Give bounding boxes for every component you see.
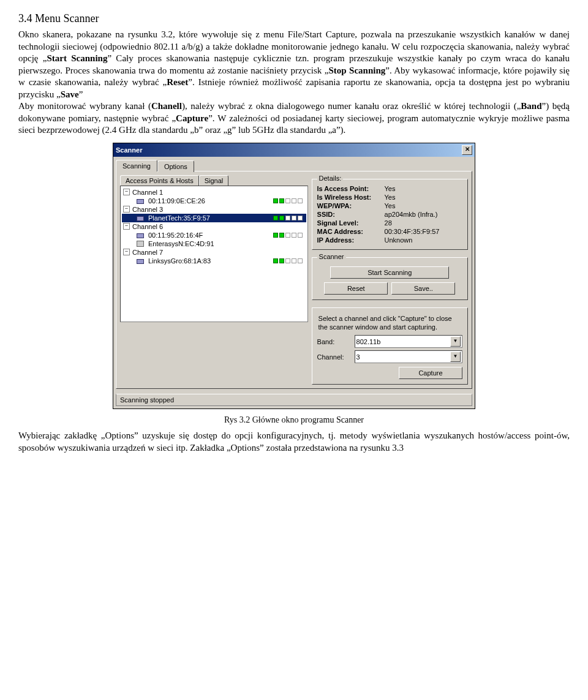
details-key: Is Access Point: [317,185,385,192]
tree-item[interactable]: 00:11:95:20:16:4F [122,231,306,239]
text: ” [79,89,83,99]
tab-scanning[interactable]: Scanning [116,160,157,171]
details-group: Is Access Point:YesIs Wireless Host:YesW… [312,179,468,250]
subtab-access-points[interactable]: Access Points & Hosts [120,175,199,186]
text-bold: Chanell [151,101,182,111]
text: Aby monitorować wybrany kanał ( [18,101,151,111]
tree-item[interactable]: LinksysGro:68:1A:83 [122,257,306,265]
tree-label: 00:11:09:0E:CE:26 [148,197,205,205]
collapse-icon[interactable]: − [123,206,130,213]
band-select[interactable]: 802.11b ▼ [355,335,462,348]
scanner-window: Scanner ✕ Scanning Options Access Points… [113,143,475,410]
text-bold: Save [61,89,79,99]
tree-label: LinksysGro:68:1A:83 [148,257,211,265]
chevron-down-icon[interactable]: ▼ [450,336,461,347]
capture-group: Select a channel and click "Capture" to … [312,307,468,385]
tree-label: 00:11:95:20:16:4F [148,231,203,239]
band-value: 802.11b [356,338,381,345]
capture-button[interactable]: Capture [399,367,462,379]
details-row: WEP/WPA:Yes [317,201,462,210]
tree-label: PlanetTech:35:F9:57 [148,214,210,222]
paragraph-1: Okno skanera, pokazane na rysunku 3.2, k… [18,29,570,137]
signal-indicator [273,198,303,203]
figure-caption: Rys 3.2 Główne okno programu Scanner [18,415,570,425]
status-bar: Scanning stopped [116,394,472,406]
text-bold: Reset [167,77,188,87]
tree-label: Channel 1 [132,189,163,196]
details-key: Signal Level: [317,219,385,227]
subtab-signal[interactable]: Signal [199,175,229,186]
channel-label: Channel: [317,353,351,361]
tree-item-selected[interactable]: PlanetTech:35:F9:57 [122,214,306,222]
details-row: Is Wireless Host:Yes [317,193,462,201]
details-key: SSID: [317,211,385,218]
section-heading: 3.4 Menu Scanner [18,12,570,25]
text-bold: Stop Scanning [328,66,385,75]
details-key: MAC Address: [317,228,385,235]
collapse-icon[interactable]: − [123,249,130,255]
details-row: SSID:ap204mkb (Infra.) [317,210,462,219]
collapse-icon[interactable]: − [123,189,130,195]
details-key: IP Address: [317,236,385,244]
signal-indicator [273,216,303,220]
titlebar: Scanner ✕ [113,143,475,157]
chevron-down-icon[interactable]: ▼ [450,352,461,362]
details-value: Yes [385,194,396,201]
details-key: Is Wireless Host: [317,194,385,201]
details-value: ap204mkb (Infra.) [385,211,438,218]
text-bold: Capture [176,113,208,123]
channel-select[interactable]: 3 ▼ [355,350,462,363]
start-scanning-button[interactable]: Start Scanning [330,266,449,279]
tree-item[interactable]: EnterasysN:EC:4D:91 [122,239,306,248]
tree-label: EnterasysN:EC:4D:91 [148,240,214,247]
tree-item[interactable]: 00:11:09:0E:CE:26 [122,197,306,205]
tree-label: Channel 3 [132,206,163,213]
details-row: IP Address:Unknown [317,236,462,244]
details-value: Unknown [385,236,413,244]
details-value: 00:30:4F:35:F9:57 [385,228,440,235]
details-row: Signal Level:28 [317,219,462,227]
tree-label: Channel 6 [132,223,163,230]
save-button[interactable]: Save.. [391,282,455,295]
text-bold: Start Scanning [47,53,107,63]
help-text: Select a channel and click "Capture" to … [317,313,462,333]
main-tabs: Scanning Options [116,159,472,171]
signal-indicator [273,258,303,263]
tree-label: Channel 7 [132,249,163,256]
tree-channel[interactable]: − Channel 6 [122,222,306,231]
text-bold: Band [521,101,541,111]
ap-icon [137,214,146,222]
channel-value: 3 [356,353,360,361]
tree-channel[interactable]: − Channel 3 [122,205,306,214]
details-value: Yes [385,185,396,192]
tree-view[interactable]: − Channel 1 00:11:09:0E:CE:26 − Channel … [120,186,308,322]
tree-channel[interactable]: − Channel 1 [122,188,306,197]
close-button[interactable]: ✕ [462,145,472,155]
text: ), należy wybrać z okna dialogowego nume… [182,101,521,111]
details-row: MAC Address:00:30:4F:35:F9:57 [317,227,462,236]
reset-button[interactable]: Reset [324,282,388,295]
details-value: Yes [385,202,396,209]
scanner-group: Start Scanning Reset Save.. [312,257,468,300]
collapse-icon[interactable]: − [123,223,130,230]
host-icon [137,240,146,247]
window-title: Scanner [116,146,142,154]
band-label: Band: [317,338,351,345]
signal-indicator [273,233,303,238]
ap-icon [137,257,146,265]
details-key: WEP/WPA: [317,202,385,209]
details-value: 28 [385,219,392,227]
tab-options[interactable]: Options [157,160,194,172]
ap-icon [137,231,146,239]
ap-icon [137,197,146,205]
tree-channel[interactable]: − Channel 7 [122,248,306,257]
paragraph-3: Wybierając zakładkę „Options” uzyskuje s… [18,430,570,454]
details-row: Is Access Point:Yes [317,184,462,193]
